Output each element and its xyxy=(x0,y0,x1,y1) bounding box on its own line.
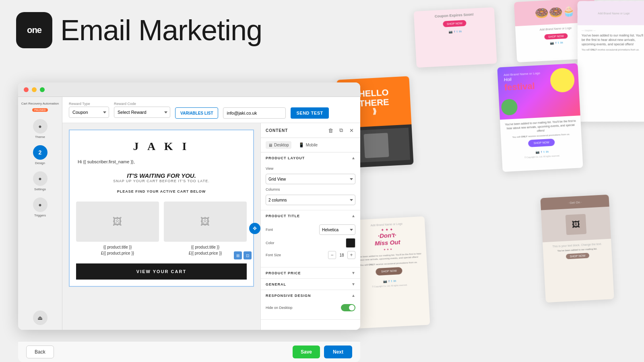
tab-mobile[interactable]: 📱 Mobile xyxy=(296,141,320,149)
device-tabs: 🖥 Desktop 📱 Mobile xyxy=(261,138,360,152)
view-row: View xyxy=(266,167,355,171)
email-subheading: PLEASE FIND YOUR ACTIVE CART BELOW xyxy=(70,186,253,197)
panel-header: CONTENT 🗑 ⧉ ✕ xyxy=(261,123,360,138)
hide-desktop-row: Hide on Desktop xyxy=(266,304,355,311)
main-content: Reward Type Coupon Reward Code Select Re… xyxy=(62,97,360,330)
status-badge: PAUSED xyxy=(32,108,47,112)
section-responsive-body: Hide on Desktop xyxy=(261,301,360,319)
panel-title: CONTENT xyxy=(266,128,288,133)
minimize-dot[interactable] xyxy=(32,87,37,92)
logo: one xyxy=(16,12,52,48)
section-product-layout-header[interactable]: PRODUCT LAYOUT ▲ xyxy=(261,152,360,163)
section-product-title-header[interactable]: PRODUCT TITLE ▲ xyxy=(261,210,360,221)
font-size-value: 18 xyxy=(338,253,346,257)
close-dot[interactable] xyxy=(24,87,29,92)
logout-button[interactable]: ⏏ xyxy=(33,311,47,325)
template-holi: Add Brand Name or Logo Holi festival You… xyxy=(497,63,583,172)
template-dontmiss: Add Brand Name or Logo ✦ ✦ ✦ ·Don't·Miss… xyxy=(348,216,430,329)
font-size-increase[interactable]: + xyxy=(347,251,355,259)
reward-type-select[interactable]: Coupon xyxy=(69,107,109,118)
panel-copy-icon[interactable]: ⧉ xyxy=(337,126,345,134)
toggle-thumb xyxy=(349,305,355,311)
font-row: Font Helvetica Arial Georgia xyxy=(266,224,355,235)
color-swatch[interactable] xyxy=(346,238,355,248)
bottom-bar: Back Save Next xyxy=(18,341,360,362)
product-image-2: 🖼 xyxy=(164,202,247,242)
email-greeting: Hi {{ subscriber.first_name }}, xyxy=(70,159,253,169)
columns-select[interactable]: 1 column 2 columns 3 columns xyxy=(266,195,355,205)
panel-close-icon[interactable]: ✕ xyxy=(347,126,355,134)
section-product-layout: PRODUCT LAYOUT ▲ View Grid View List Vie… xyxy=(261,152,360,210)
right-panel: CONTENT 🗑 ⧉ ✕ 🖥 Desktop xyxy=(260,123,360,330)
section-general-header[interactable]: GENERAL ▼ xyxy=(261,279,360,290)
design-icon: 2 xyxy=(33,145,47,160)
section-responsive-header[interactable]: RESPONSIVE DESIGN ▲ xyxy=(261,290,360,301)
reward-type-label: Reward Type xyxy=(69,102,109,106)
drag-handle[interactable]: ✥ xyxy=(249,223,260,234)
sidebar-item-automation: Cart Recovery Automation PAUSED xyxy=(21,102,59,113)
section-product-layout-body: View Grid View List View Columns 1 colum… xyxy=(261,163,360,210)
variables-list-button[interactable]: VARIABLES LIST xyxy=(175,107,218,119)
header: one Email Marketing xyxy=(16,12,262,48)
template-geton: · Get On · 🖼 This is your text block. Ch… xyxy=(540,195,614,303)
chevron-up-icon-2: ▲ xyxy=(351,214,355,218)
resize-btn-1[interactable]: ⊞ xyxy=(234,251,242,259)
background-templates: Coupon Expires Soon! SHOP NOW 📷 f t in 🍩… xyxy=(325,0,644,362)
maximize-dot[interactable] xyxy=(40,87,45,92)
tab-desktop[interactable]: 🖥 Desktop xyxy=(266,141,291,149)
template-coupon: Coupon Expires Soon! SHOP NOW 📷 f t in xyxy=(414,7,497,68)
sidebar: Cart Recovery Automation PAUSED ● Theme … xyxy=(18,97,62,330)
email-headline: IT'S WAITING FOR YOU. SNAP UP YOUR CART … xyxy=(70,169,253,186)
triggers-icon: ● xyxy=(33,197,47,212)
sidebar-theme-label: Theme xyxy=(35,135,45,139)
section-product-price-header[interactable]: PRODUCT PRICE ▼ xyxy=(261,267,360,278)
product-grid: 🖼 {{ product.title }} £{{ product.price … xyxy=(70,197,253,260)
test-email-input[interactable] xyxy=(223,107,286,119)
view-select[interactable]: Grid View List View xyxy=(266,174,355,184)
sidebar-item-design[interactable]: 2 Design xyxy=(33,145,47,165)
reward-code-select[interactable]: Select Reward xyxy=(114,107,170,118)
product-item-1: 🖼 {{ product.title }} £{{ product.price … xyxy=(76,202,159,255)
page-title: Email Marketing xyxy=(60,14,262,47)
section-general: GENERAL ▼ xyxy=(261,279,360,290)
email-preview: J A K I Hi {{ subscriber.first_name }}, … xyxy=(69,130,254,287)
panel-icons: 🗑 ⧉ ✕ xyxy=(326,126,355,134)
product-title-1: {{ product.title }} xyxy=(76,245,159,249)
sidebar-item-triggers[interactable]: ● Triggers xyxy=(33,197,47,217)
font-size-control: − 18 + xyxy=(328,251,355,259)
window-titlebar xyxy=(18,82,360,97)
font-select[interactable]: Helvetica Arial Georgia xyxy=(319,224,355,235)
product-image-1: 🖼 xyxy=(76,202,159,242)
color-row: Color xyxy=(266,238,355,248)
send-test-button[interactable]: SEND teST xyxy=(291,107,328,119)
sidebar-automation-label: Cart Recovery Automation xyxy=(21,102,59,106)
chevron-up-icon-3: ▲ xyxy=(351,293,355,298)
back-button[interactable]: Back xyxy=(26,346,54,358)
sidebar-item-settings[interactable]: ● Settings xyxy=(33,171,47,191)
sidebar-item-theme[interactable]: ● Theme xyxy=(33,119,47,139)
toolbar: Reward Type Coupon Reward Code Select Re… xyxy=(62,97,360,123)
window-body: Cart Recovery Automation PAUSED ● Theme … xyxy=(18,97,360,330)
headline-sub: SNAP UP YOUR CART BEFORE IT'S TOO LATE. xyxy=(78,179,245,183)
section-product-price: PRODUCT PRICE ▼ xyxy=(261,267,360,279)
resize-btn-2[interactable]: ⊡ xyxy=(244,251,252,259)
mobile-icon: 📱 xyxy=(299,142,304,148)
chevron-up-icon: ▲ xyxy=(351,156,355,160)
section-product-title-body: Font Helvetica Arial Georgia Color xyxy=(261,221,360,267)
next-button[interactable]: Next xyxy=(324,346,352,358)
bottom-right-buttons: Save Next xyxy=(293,346,352,358)
app-window: Cart Recovery Automation PAUSED ● Theme … xyxy=(18,82,360,330)
hide-desktop-toggle[interactable] xyxy=(341,304,355,311)
sidebar-triggers-label: Triggers xyxy=(34,214,46,217)
headline-main: IT'S WAITING FOR YOU. xyxy=(78,172,245,179)
panel-trash-icon[interactable]: 🗑 xyxy=(326,126,334,134)
theme-icon: ● xyxy=(33,119,47,134)
reward-type-group: Reward Type Coupon xyxy=(69,102,109,118)
email-preview-container: J A K I Hi {{ subscriber.first_name }}, … xyxy=(62,123,260,330)
font-size-decrease[interactable]: − xyxy=(328,251,336,259)
save-button[interactable]: Save xyxy=(293,346,320,358)
cart-button[interactable]: VIEW YOUR CART xyxy=(76,263,247,280)
reward-code-group: Reward Code Select Reward xyxy=(114,102,170,118)
desktop-icon: 🖥 xyxy=(268,143,272,148)
reward-code-label: Reward Code xyxy=(114,102,170,106)
